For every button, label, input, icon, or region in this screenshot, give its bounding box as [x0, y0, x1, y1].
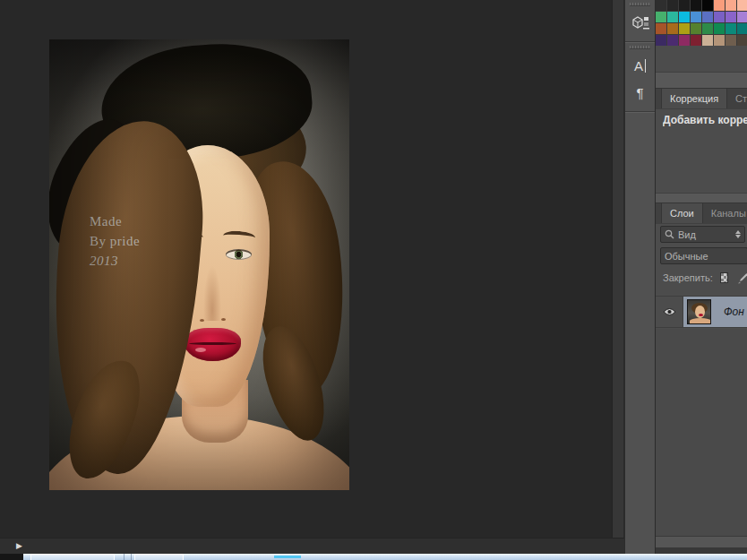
- color-swatch[interactable]: [726, 12, 736, 22]
- color-swatch[interactable]: [667, 12, 678, 22]
- color-swatch[interactable]: [737, 0, 747, 11]
- windows-taskbar[interactable]: [0, 554, 747, 560]
- lock-label: Закрепить:: [663, 272, 713, 283]
- color-swatch[interactable]: [726, 0, 736, 11]
- color-swatch[interactable]: [656, 12, 666, 22]
- lock-pixels-brush-icon[interactable]: [735, 272, 747, 284]
- color-swatch[interactable]: [679, 35, 690, 46]
- tab-label: Слои: [670, 208, 694, 219]
- taskbar-app-icon: [274, 556, 301, 558]
- color-swatch[interactable]: [667, 23, 678, 34]
- color-swatch[interactable]: [679, 12, 690, 22]
- color-swatch[interactable]: [714, 35, 725, 46]
- color-swatch[interactable]: [737, 12, 747, 22]
- tab-label: Каналы: [711, 208, 746, 219]
- tab-label: Коррекция: [670, 93, 718, 104]
- add-adjustment-label: Добавить коррек: [663, 114, 747, 126]
- photo-nostril: [200, 319, 204, 322]
- photo-mouth-line: [189, 342, 236, 345]
- panel-dock: A ¶: [624, 0, 655, 554]
- color-swatch[interactable]: [714, 0, 725, 11]
- 3d-cube-icon: [631, 13, 650, 31]
- color-swatch[interactable]: [737, 35, 747, 46]
- photo-watermark: Made By pride 2013: [90, 211, 140, 271]
- layers-panel-footer: [656, 536, 747, 547]
- layers-tabbar: Слои Каналы: [656, 203, 747, 224]
- taskbar-button[interactable]: [134, 554, 184, 560]
- lock-transparency-icon[interactable]: [720, 272, 728, 283]
- tab-styles[interactable]: Стил: [727, 89, 747, 108]
- layer-filter-value: Вид: [678, 229, 696, 240]
- dock-divider: [625, 111, 655, 113]
- color-swatch[interactable]: [656, 23, 666, 34]
- magnifier-icon: [665, 229, 674, 239]
- character-panel-icon: A: [634, 58, 643, 73]
- color-swatch[interactable]: [726, 35, 736, 46]
- color-swatch[interactable]: [737, 23, 747, 34]
- tab-label: Стил: [735, 93, 747, 104]
- blend-mode-select[interactable]: Обычные: [660, 247, 747, 264]
- color-swatch[interactable]: [702, 12, 713, 22]
- layers-panel-footer-edge: [656, 547, 747, 554]
- tab-channels[interactable]: Каналы: [703, 203, 747, 223]
- 3d-panel-button[interactable]: [625, 12, 655, 33]
- taskbar-separator: [131, 554, 132, 560]
- color-swatch[interactable]: [691, 0, 701, 11]
- layer-name[interactable]: Фон: [724, 306, 744, 318]
- photo-nostril: [221, 318, 226, 321]
- watermark-line: By pride: [90, 231, 140, 251]
- adjustments-tabbar: Коррекция Стил: [656, 89, 747, 109]
- blend-mode-value: Обычные: [665, 251, 708, 262]
- color-swatch[interactable]: [656, 35, 666, 46]
- watermark-line: 2013: [90, 251, 140, 271]
- character-panel-button[interactable]: A: [625, 55, 655, 76]
- color-swatch[interactable]: [702, 0, 713, 11]
- color-swatch[interactable]: [656, 0, 666, 11]
- photo-nose: [203, 265, 221, 321]
- color-swatch[interactable]: [667, 0, 678, 11]
- taskbar-start-corner[interactable]: [0, 554, 23, 560]
- layer-thumbnail[interactable]: [687, 299, 711, 324]
- tab-adjustments[interactable]: Коррекция: [661, 89, 727, 108]
- paragraph-icon: ¶: [636, 85, 643, 100]
- text-cursor-icon: [645, 59, 646, 73]
- layer-filter-select[interactable]: Вид: [660, 226, 745, 243]
- selected-layer[interactable]: Фон: [683, 297, 747, 327]
- photoshop-window: Made By pride 2013 A: [0, 0, 747, 560]
- color-swatch[interactable]: [679, 0, 690, 11]
- panel-group-spacer[interactable]: [656, 72, 747, 89]
- color-swatch[interactable]: [667, 35, 678, 46]
- color-swatch[interactable]: [702, 23, 713, 34]
- color-swatch[interactable]: [714, 12, 725, 22]
- color-swatch[interactable]: [726, 23, 736, 34]
- updown-arrows-icon: [735, 230, 741, 238]
- layers-panel-empty-area: [656, 329, 747, 536]
- paragraph-panel-button[interactable]: ¶: [625, 82, 655, 103]
- color-swatch[interactable]: [691, 23, 701, 34]
- eye-icon: [663, 307, 676, 316]
- dock-grip-handle[interactable]: [630, 3, 650, 6]
- layer-row[interactable]: Фон: [656, 296, 747, 328]
- color-swatch[interactable]: [691, 12, 701, 22]
- canvas-area[interactable]: Made By pride 2013: [0, 0, 612, 538]
- taskbar-button[interactable]: [30, 554, 115, 560]
- photo-eye: [226, 249, 252, 260]
- color-swatch[interactable]: [691, 35, 701, 46]
- vertical-scrollbar[interactable]: [612, 0, 624, 538]
- status-expander-arrow-icon[interactable]: ▶: [16, 541, 22, 551]
- color-swatch[interactable]: [679, 23, 690, 34]
- photo-lip-highlight: [195, 348, 206, 352]
- watermark-line: Made: [90, 211, 140, 231]
- document-photo[interactable]: Made By pride 2013: [49, 39, 349, 490]
- document-status-bar: ▶: [0, 538, 624, 554]
- thumb-art: [690, 318, 711, 323]
- panel-group-spacer[interactable]: [656, 193, 747, 203]
- layer-visibility-toggle[interactable]: [656, 297, 683, 327]
- tab-layers[interactable]: Слои: [661, 203, 703, 223]
- color-swatch[interactable]: [702, 35, 713, 46]
- color-swatch[interactable]: [714, 23, 725, 34]
- thumb-art: [699, 314, 703, 316]
- right-panel-column: Коррекция Стил Добавить коррек Слои Кана…: [655, 0, 747, 554]
- swatches-panel: [656, 0, 747, 46]
- dock-grip-handle[interactable]: [630, 46, 650, 49]
